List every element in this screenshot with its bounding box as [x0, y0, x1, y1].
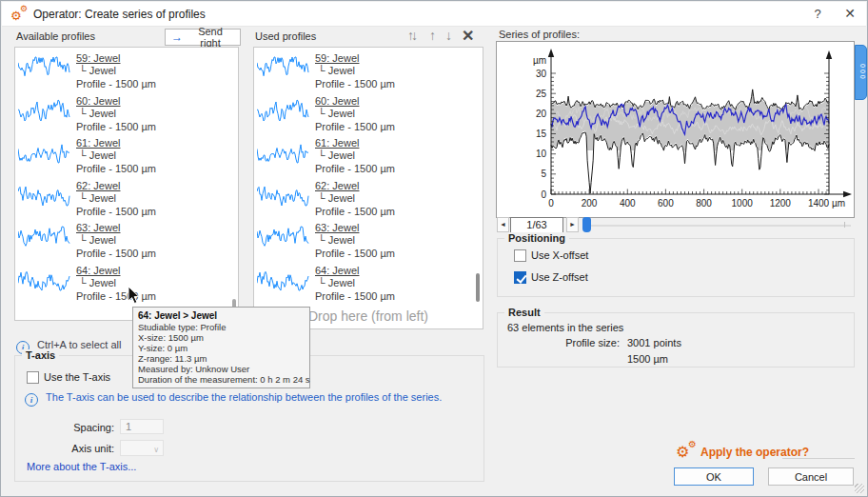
ok-button[interactable]: OK: [674, 467, 754, 486]
profile-thumbnail-waveform: [18, 97, 71, 126]
tooltip-line: Measured by: Unknow User: [138, 364, 305, 374]
profile-parent: └ Jewel: [315, 108, 395, 120]
arrow-right-icon: →: [171, 31, 183, 43]
sort-updown-icon[interactable]: ↑↓: [407, 28, 415, 43]
page-indicator[interactable]: 1/63: [510, 217, 563, 233]
available-profiles-list[interactable]: 59: Jewel└ JewelProfile - 1500 µm60: Jew…: [14, 47, 239, 321]
use-z-offset-label: Use Z-offset: [531, 271, 588, 283]
page-next-button[interactable]: ►: [566, 217, 579, 232]
profile-list-item[interactable]: 62: Jewel└ JewelProfile - 1500 µm: [15, 175, 238, 218]
used-list-scrollbar[interactable]: [476, 273, 480, 302]
title-bar[interactable]: ⚙ ⚙ Operator: Create series of profiles …: [2, 2, 866, 27]
profile-list-item[interactable]: 61: Jewel└ JewelProfile - 1500 µm: [254, 132, 483, 175]
svg-text:400: 400: [620, 198, 636, 209]
use-x-offset-row[interactable]: Use X-offset: [514, 249, 588, 262]
profile-list-item[interactable]: 64: Jewel└ JewelProfile - 1500 µm: [15, 260, 238, 303]
taxis-group-label: T-axis: [22, 349, 59, 361]
profile-desc: Profile - 1500 µm: [76, 289, 156, 303]
profile-thumbnail-waveform: [257, 54, 310, 83]
profile-thumbnail-waveform: [257, 182, 310, 210]
used-profiles-label: Used profiles: [255, 30, 316, 42]
result-group-label: Result: [504, 307, 544, 318]
dialog-window: ⚙ ⚙ Operator: Create series of profiles …: [0, 0, 868, 497]
profile-desc: Profile - 1500 µm: [76, 205, 156, 218]
svg-text:15: 15: [536, 129, 547, 139]
profile-parent: └ Jewel: [315, 65, 395, 77]
profile-list-item[interactable]: 59: Jewel└ JewelProfile - 1500 µm: [254, 48, 483, 90]
use-taxis-checkbox[interactable]: [27, 371, 39, 384]
profile-parent: └ Jewel: [315, 192, 395, 205]
svg-text:µm: µm: [832, 198, 845, 209]
use-x-offset-checkbox[interactable]: [514, 249, 526, 262]
profile-parent: └ Jewel: [76, 277, 156, 289]
profile-parent: └ Jewel: [76, 234, 156, 247]
svg-text:25: 25: [536, 89, 547, 99]
profile-title-link[interactable]: 62: Jewel: [315, 179, 395, 192]
profile-slider-handle[interactable]: [582, 217, 591, 232]
series-chart: 0200400600800100012001400µm051015202530µ…: [496, 41, 855, 218]
profile-title-link[interactable]: 64: Jewel: [315, 264, 395, 277]
use-z-offset-row[interactable]: Use Z-offset: [514, 271, 588, 284]
use-x-offset-label: Use X-offset: [531, 249, 588, 261]
profile-list-item[interactable]: 62: Jewel└ JewelProfile - 1500 µm: [254, 175, 483, 218]
remove-icon[interactable]: ✕: [462, 27, 474, 45]
move-up-icon[interactable]: ↑: [429, 28, 436, 43]
profile-title-link[interactable]: 59: Jewel: [76, 51, 156, 65]
apply-question: Apply the operator?: [700, 446, 809, 459]
profile-list-item[interactable]: 64: Jewel└ JewelProfile - 1500 µm: [254, 260, 483, 303]
profile-title-link[interactable]: 63: Jewel: [315, 221, 395, 234]
profile-title-link[interactable]: 60: Jewel: [315, 94, 395, 108]
close-button[interactable]: ✕: [836, 4, 864, 24]
use-taxis-row[interactable]: Use the T-axis: [27, 371, 110, 384]
chevron-down-icon: ∨: [153, 444, 159, 457]
profile-title-link[interactable]: 64: Jewel: [76, 264, 156, 277]
positioning-group-label: Positioning: [504, 232, 569, 244]
help-button[interactable]: ?: [803, 4, 832, 24]
profile-thumbnail-waveform: [18, 139, 71, 168]
profile-thumbnail-waveform: [257, 139, 310, 168]
used-profiles-list[interactable]: 59: Jewel└ JewelProfile - 1500 µm60: Jew…: [253, 47, 483, 329]
profile-parent: └ Jewel: [76, 192, 156, 205]
move-down-icon[interactable]: ↓: [445, 28, 452, 43]
axis-unit-label: Axis unit:: [34, 443, 114, 454]
positioning-group: Positioning Use X-offset Use Z-offset: [497, 238, 855, 297]
spacing-label: Spacing:: [34, 422, 114, 433]
profile-parent: └ Jewel: [76, 65, 156, 77]
send-right-button[interactable]: → Send right: [165, 29, 241, 46]
mouse-cursor: [128, 286, 141, 305]
profile-title-link[interactable]: 63: Jewel: [76, 221, 156, 234]
svg-text:10: 10: [536, 149, 547, 159]
profile-list-item[interactable]: 60: Jewel└ JewelProfile - 1500 µm: [15, 90, 238, 133]
profile-size-length: 1500 µm: [627, 353, 668, 365]
page-prev-button[interactable]: ◄: [497, 217, 509, 232]
axis-unit-dropdown: ∨: [120, 440, 164, 456]
profile-slider-end-tick: [844, 222, 845, 228]
cancel-button[interactable]: Cancel: [768, 467, 854, 486]
svg-text:30: 30: [536, 69, 547, 79]
profile-title-link[interactable]: 62: Jewel: [76, 179, 156, 192]
use-z-offset-checkbox[interactable]: [514, 271, 526, 284]
taxis-info-row: i The T-axis can be used to describe the…: [25, 391, 442, 407]
tooltip-line: Duration of the measurement: 0 h 2 m 24 …: [138, 374, 305, 385]
profile-desc: Profile - 1500 µm: [315, 162, 395, 175]
profile-title-link[interactable]: 60: Jewel: [76, 94, 156, 108]
resize-grip[interactable]: [855, 484, 864, 493]
taxis-more-link[interactable]: More about the T-axis...: [27, 461, 136, 472]
result-elements-text: 63 elements in the series: [507, 322, 623, 333]
profile-slider-track[interactable]: [583, 225, 851, 227]
series-tab[interactable]: 000: [855, 45, 867, 100]
profile-title-link[interactable]: 61: Jewel: [315, 136, 395, 149]
available-profiles-label: Available profiles: [16, 30, 95, 42]
svg-text:20: 20: [536, 109, 547, 119]
profile-list-item[interactable]: 63: Jewel└ JewelProfile - 1500 µm: [15, 217, 238, 260]
profile-desc: Profile - 1500 µm: [76, 77, 156, 90]
profile-list-item[interactable]: 60: Jewel└ JewelProfile - 1500 µm: [254, 90, 483, 133]
profile-desc: Profile - 1500 µm: [315, 205, 395, 218]
tooltip-line: Studiable type: Profile: [138, 322, 305, 332]
info-icon: i: [25, 393, 38, 407]
profile-title-link[interactable]: 59: Jewel: [315, 51, 395, 65]
profile-list-item[interactable]: 61: Jewel└ JewelProfile - 1500 µm: [15, 132, 238, 175]
profile-list-item[interactable]: 59: Jewel└ JewelProfile - 1500 µm: [15, 48, 238, 90]
profile-title-link[interactable]: 61: Jewel: [76, 136, 156, 149]
profile-list-item[interactable]: 63: Jewel└ JewelProfile - 1500 µm: [254, 217, 483, 260]
